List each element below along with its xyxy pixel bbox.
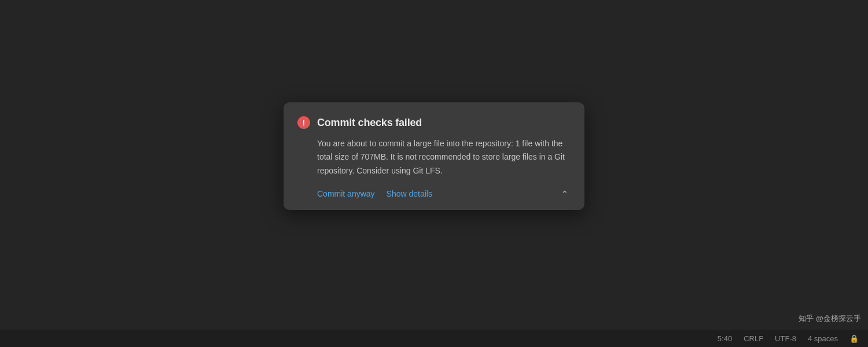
dialog-body: You are about to commit a large file int…	[297, 137, 568, 177]
status-bar: 5:40 CRLF UTF-8 4 spaces 🔒	[0, 330, 868, 347]
watermark: 知乎 @金榜探云手	[799, 313, 861, 324]
error-icon: !	[297, 116, 310, 129]
dialog-actions: Commit anyway Show details ⌃	[297, 189, 568, 198]
error-icon-exclamation: !	[303, 119, 305, 127]
status-encoding[interactable]: UTF-8	[775, 334, 796, 343]
dialog-overlay: ! Commit checks failed You are about to …	[0, 0, 868, 347]
dialog-header: ! Commit checks failed	[297, 116, 568, 129]
status-time: 5:40	[718, 334, 732, 343]
status-line-ending[interactable]: CRLF	[744, 334, 763, 343]
commit-anyway-link[interactable]: Commit anyway	[317, 189, 375, 198]
commit-checks-dialog: ! Commit checks failed You are about to …	[284, 102, 584, 209]
lock-icon: 🔒	[849, 334, 859, 343]
dialog-title: Commit checks failed	[317, 117, 422, 129]
status-indent[interactable]: 4 spaces	[808, 334, 838, 343]
collapse-icon[interactable]: ⌃	[561, 189, 568, 198]
show-details-link[interactable]: Show details	[387, 189, 432, 198]
